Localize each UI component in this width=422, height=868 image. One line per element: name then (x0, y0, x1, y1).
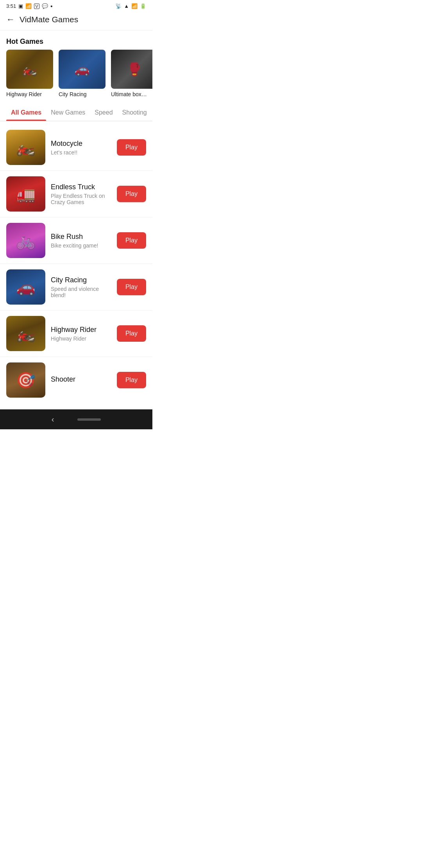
play-button-shooter[interactable]: Play (117, 372, 146, 388)
cityracing-icon: 🚗 (16, 278, 36, 296)
list-item: 🏍️ Highway Rider Highway Rider Play (0, 310, 152, 357)
page-title: VidMate Games (20, 15, 78, 24)
hot-game-label-highway: Highway Rider (6, 91, 53, 97)
category-tabs: All Games New Games Speed Shooting Sport (0, 104, 152, 121)
list-item: 🎯 Shooter Play (0, 357, 152, 403)
play-button-bikerush[interactable]: Play (117, 232, 146, 249)
game-thumb-motocycle: 🏍️ (6, 130, 45, 165)
game-name-bikerush: Bike Rush (51, 233, 111, 241)
game-name-shooter: Shooter (51, 375, 111, 384)
header: ← VidMate Games (0, 11, 152, 30)
battery-icon: 🔋 (140, 3, 146, 9)
game-name-cityracing: City Racing (51, 276, 111, 284)
truck-icon: 🚛 (16, 185, 36, 203)
tab-speed[interactable]: Speed (90, 104, 117, 121)
hot-game-thumb-boxing: 🥊 (111, 50, 152, 89)
list-item: 🚗 City Racing Speed and violence blend! … (0, 264, 152, 310)
tab-shooting[interactable]: Shooting (118, 104, 152, 121)
hot-game-thumb-highway: 🏍️ (6, 50, 53, 89)
game-desc-bikerush: Bike exciting game! (51, 242, 111, 249)
list-item: 🚛 Endless Truck Play Endless Truck on Cr… (0, 171, 152, 217)
hot-game-label-boxing: Ultimate box… (111, 91, 152, 97)
list-item: 🏍️ Motocycle Let's race!! Play (0, 124, 152, 171)
highway-icon: 🏍️ (22, 62, 38, 77)
highwayrider-icon: 🏍️ (16, 325, 36, 343)
status-time: 3:51 (6, 3, 16, 9)
bikerush-icon: 🚲 (16, 231, 36, 250)
hot-game-highway[interactable]: 🏍️ Highway Rider (6, 50, 53, 97)
game-info-cityracing: City Racing Speed and violence blend! (51, 276, 111, 298)
shooter-list-icon: 🎯 (16, 371, 36, 389)
tab-new-games[interactable]: New Games (46, 104, 90, 121)
hot-game-thumb-city: 🚗 (59, 50, 106, 89)
back-button[interactable]: ← (6, 14, 15, 25)
status-bar: 3:51 ▣ 📶 V 💬 ● 📡 ▲ 📶 🔋 (0, 0, 152, 11)
cast-icon: 📡 (115, 3, 122, 9)
status-v-icon: V (34, 4, 39, 9)
tab-all-games[interactable]: All Games (6, 104, 46, 121)
hot-game-city[interactable]: 🚗 City Racing (59, 50, 106, 97)
game-thumb-truck: 🚛 (6, 176, 45, 212)
game-info-truck: Endless Truck Play Endless Truck on Craz… (51, 183, 111, 205)
game-thumb-shooter: 🎯 (6, 362, 45, 398)
signal-icon: 📶 (131, 3, 138, 9)
hot-game-label-city: City Racing (59, 91, 106, 97)
tab-sport[interactable]: Sport (152, 104, 152, 121)
game-desc-truck: Play Endless Truck on Crazy Games (51, 193, 111, 205)
status-right-icons: 📡 ▲ 📶 🔋 (115, 3, 146, 9)
game-thumb-cityracing: 🚗 (6, 269, 45, 305)
status-sim-icon: ▣ (18, 3, 23, 9)
game-name-motocycle: Motocycle (51, 140, 111, 148)
wifi-icon: ▲ (124, 3, 129, 9)
hot-games-scroll[interactable]: 🏍️ Highway Rider 🚗 City Racing 🥊 Ultimat… (0, 50, 152, 104)
hot-games-title: Hot Games (0, 30, 152, 50)
game-list: 🏍️ Motocycle Let's race!! Play 🚛 Endless… (0, 121, 152, 406)
status-chart-icon: 📶 (25, 3, 32, 9)
hot-games-section: Hot Games 🏍️ Highway Rider 🚗 City Racing… (0, 30, 152, 104)
status-time-group: 3:51 ▣ 📶 V 💬 ● (6, 3, 53, 9)
city-icon: 🚗 (74, 62, 90, 77)
play-button-cityracing[interactable]: Play (117, 279, 146, 295)
hot-game-boxing[interactable]: 🥊 Ultimate box… (111, 50, 152, 97)
play-button-motocycle[interactable]: Play (117, 139, 146, 156)
nav-home-indicator[interactable] (77, 418, 101, 421)
status-msg-icon: 💬 (42, 3, 48, 9)
game-name-truck: Endless Truck (51, 183, 111, 191)
nav-back-button[interactable]: ‹ (52, 415, 54, 424)
motocycle-icon: 🏍️ (16, 138, 36, 157)
game-info-bikerush: Bike Rush Bike exciting game! (51, 233, 111, 249)
list-item: 🚲 Bike Rush Bike exciting game! Play (0, 217, 152, 264)
game-info-motocycle: Motocycle Let's race!! (51, 140, 111, 156)
play-button-truck[interactable]: Play (117, 186, 146, 202)
status-dot-icon: ● (50, 4, 53, 8)
game-desc-highwayrider: Highway Rider (51, 335, 111, 342)
boxing-icon: 🥊 (127, 62, 142, 77)
play-button-highwayrider[interactable]: Play (117, 325, 146, 342)
game-name-highwayrider: Highway Rider (51, 326, 111, 334)
game-thumb-bikerush: 🚲 (6, 223, 45, 258)
game-desc-cityracing: Speed and violence blend! (51, 286, 111, 298)
game-desc-motocycle: Let's race!! (51, 149, 111, 156)
navigation-bar: ‹ (0, 409, 152, 429)
game-thumb-highwayrider: 🏍️ (6, 316, 45, 351)
game-info-shooter: Shooter (51, 375, 111, 385)
game-info-highwayrider: Highway Rider Highway Rider (51, 326, 111, 342)
